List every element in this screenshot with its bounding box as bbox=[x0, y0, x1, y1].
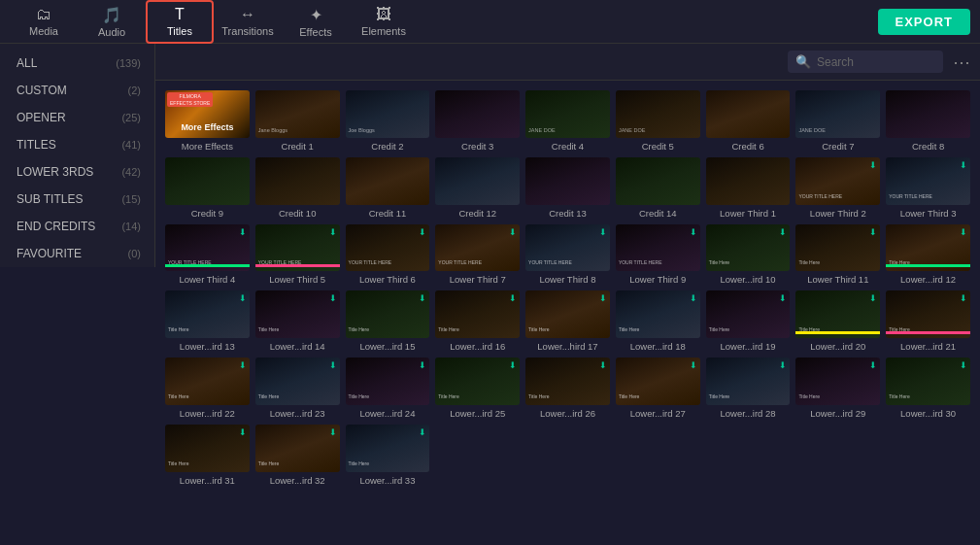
thumbnail-item[interactable]: Credit 9 bbox=[165, 157, 250, 219]
thumbnail-item[interactable]: Title Here⬇Lower...ird 15 bbox=[346, 290, 430, 352]
thumb-color-bar bbox=[886, 331, 970, 334]
export-button[interactable]: EXPORT bbox=[878, 9, 970, 35]
download-icon: ⬇ bbox=[869, 293, 877, 303]
thumbnail-item[interactable]: Joe BloggsCredit 2 bbox=[346, 90, 430, 152]
thumbnail-item[interactable]: Credit 3 bbox=[435, 90, 520, 152]
thumbnail-item[interactable]: Title Here⬇Lower...ird 14 bbox=[255, 290, 340, 352]
thumbnail-item[interactable]: YOUR TITLE HERE⬇Lower Third 8 bbox=[525, 224, 610, 286]
thumbnail-item[interactable]: JANE DOECredit 4 bbox=[525, 90, 610, 152]
nav-media[interactable]: 🗂 Media bbox=[10, 0, 78, 44]
thumbnail-item[interactable]: Title Here⬇Lower...ird 13 bbox=[165, 290, 250, 352]
thumb-overlay-text: JANE DOE bbox=[798, 127, 877, 134]
sidebar-item-sub-titles[interactable]: SUB TITLES(15) bbox=[0, 186, 154, 213]
thumbnail-item[interactable]: Title Here⬇Lower...ird 20 bbox=[795, 290, 880, 352]
thumbnail-item[interactable]: Title Here⬇Lower...ird 33 bbox=[346, 425, 430, 486]
thumbnail-item[interactable]: Title Here⬇Lower...hird 17 bbox=[525, 290, 610, 352]
thumbnail-item[interactable]: Title Here⬇Lower...ird 23 bbox=[255, 358, 340, 419]
thumb-overlay-text: Title Here bbox=[706, 259, 791, 265]
thumbnail-item[interactable]: YOUR TITLE HERE⬇Lower Third 7 bbox=[435, 224, 520, 286]
sidebar-item-count: (139) bbox=[116, 57, 141, 69]
thumbnail-item[interactable]: Title Here⬇Lower...ird 24 bbox=[346, 358, 430, 419]
thumb-label: Lower...ird 28 bbox=[706, 408, 791, 419]
thumbnail-item[interactable]: Title Here⬇Lower...ird 32 bbox=[255, 425, 340, 486]
thumb-label: Lower...ird 29 bbox=[795, 408, 880, 419]
download-icon: ⬇ bbox=[239, 293, 247, 303]
sidebar-item-custom[interactable]: CUSTOM(2) bbox=[0, 77, 154, 104]
thumbnail-item[interactable]: YOUR TITLE HERE⬇Lower Third 6 bbox=[346, 224, 430, 286]
thumb-label: Lower...ird 18 bbox=[616, 341, 700, 352]
thumbnail-item[interactable]: Credit 14 bbox=[616, 157, 700, 219]
thumb-label: Lower...ird 16 bbox=[435, 341, 520, 352]
nav-media-label: Media bbox=[29, 25, 58, 37]
thumbnail-item[interactable]: Credit 6 bbox=[706, 90, 791, 152]
grid-view-toggle[interactable]: ⋯ bbox=[953, 51, 970, 73]
thumbnail-item[interactable]: Title Here⬇Lower...ird 16 bbox=[435, 290, 520, 352]
sidebar-item-all[interactable]: ALL(139) bbox=[0, 50, 154, 77]
thumbnail-item[interactable]: JANE DOECredit 7 bbox=[795, 90, 880, 152]
sidebar-item-favourite[interactable]: FAVOURITE(0) bbox=[0, 240, 154, 267]
thumbnail-item[interactable]: Title Here⬇Lower...ird 21 bbox=[886, 290, 970, 352]
thumbnail-item[interactable]: YOUR TITLE HERE⬇Lower Third 5 bbox=[255, 224, 340, 286]
thumbnail-item[interactable]: Title Here⬇Lower Third 11 bbox=[795, 224, 880, 286]
thumbnail-item[interactable]: Title Here⬇Lower...ird 27 bbox=[616, 358, 700, 419]
sidebar-item-titles[interactable]: TITLES(41) bbox=[0, 131, 154, 158]
thumbnail-item[interactable]: Lower Third 1 bbox=[706, 157, 791, 219]
thumbnail-item[interactable]: Jane BloggsCredit 1 bbox=[255, 90, 340, 152]
thumbnail-item[interactable]: Title Here⬇Lower...ird 18 bbox=[616, 290, 700, 352]
thumb-label: Lower...ird 30 bbox=[886, 408, 970, 419]
thumb-label: Lower...ird 24 bbox=[346, 408, 430, 419]
thumbnail-item[interactable]: Title Here⬇Lower...ird 30 bbox=[886, 358, 970, 419]
thumb-label: Lower...ird 33 bbox=[346, 475, 430, 486]
nav-elements[interactable]: 🖼 Elements bbox=[350, 0, 418, 44]
nav-transitions[interactable]: ↔ Transitions bbox=[214, 0, 282, 44]
thumbnail-item[interactable]: Title Here⬇Lower...ird 10 bbox=[706, 224, 791, 286]
thumbnail-item[interactable]: Title Here⬇Lower...ird 12 bbox=[886, 224, 970, 286]
search-input[interactable] bbox=[817, 55, 933, 69]
download-icon: ⬇ bbox=[960, 293, 967, 303]
thumbnail-item[interactable]: Credit 11 bbox=[346, 157, 430, 219]
thumb-label: Lower...ird 25 bbox=[435, 408, 520, 419]
thumb-label: Credit 14 bbox=[616, 208, 700, 219]
thumbnail-item[interactable]: Credit 12 bbox=[435, 157, 520, 219]
thumb-label: Lower...ird 12 bbox=[886, 274, 970, 285]
thumbnail-item[interactable]: YOUR TITLE HERE⬇Lower Third 3 bbox=[886, 157, 970, 219]
thumbnail-item[interactable]: Title Here⬇Lower...ird 22 bbox=[165, 358, 250, 419]
sidebar-item-opener[interactable]: OPENER(25) bbox=[0, 104, 154, 131]
store-badge: FILMORAEFFECTS STORE bbox=[167, 92, 213, 107]
thumbnail-item[interactable]: JANE DOECredit 5 bbox=[616, 90, 700, 152]
download-icon: ⬇ bbox=[509, 293, 517, 303]
sidebar-item-end-credits[interactable]: END CREDITS(14) bbox=[0, 213, 154, 240]
thumbnail-item[interactable]: Title Here⬇Lower...ird 25 bbox=[435, 358, 520, 419]
thumb-label: Lower...ird 13 bbox=[165, 341, 250, 352]
nav-audio[interactable]: 🎵 Audio bbox=[78, 0, 146, 44]
thumb-overlay-text: Joe Bloggs bbox=[349, 127, 427, 134]
thumbnail-item[interactable]: Title Here⬇Lower...ird 28 bbox=[706, 358, 791, 419]
thumbnail-item[interactable]: Credit 8 bbox=[886, 90, 970, 152]
elements-icon: 🖼 bbox=[376, 6, 391, 23]
nav-titles[interactable]: T Titles bbox=[146, 0, 214, 44]
grid-scroll[interactable]: FILMORAEFFECTS STOREMore EffectsMore Eff… bbox=[155, 81, 980, 545]
sidebar-item-lower-3rds[interactable]: LOWER 3RDS(42) bbox=[0, 158, 154, 186]
download-icon: ⬇ bbox=[690, 360, 697, 370]
nav-effects[interactable]: ✦ Effects bbox=[282, 0, 350, 44]
thumb-overlay-text: Jane Bloggs bbox=[258, 127, 337, 134]
download-icon: ⬇ bbox=[779, 360, 787, 370]
thumbnail-item[interactable]: FILMORAEFFECTS STOREMore EffectsMore Eff… bbox=[165, 90, 250, 152]
thumb-overlay-text: YOUR TITLE HERE bbox=[435, 259, 520, 265]
thumbnail-item[interactable]: YOUR TITLE HERE⬇Lower Third 2 bbox=[795, 157, 880, 219]
more-effects-label: More Effects bbox=[165, 122, 250, 132]
sidebar-item-label: END CREDITS bbox=[17, 220, 95, 233]
sidebar-item-label: FAVOURITE bbox=[17, 247, 82, 260]
download-icon: ⬇ bbox=[329, 360, 337, 370]
thumbnail-item[interactable]: Title Here⬇Lower...ird 19 bbox=[706, 290, 791, 352]
thumbnail-item[interactable]: YOUR TITLE HERE⬇Lower Third 9 bbox=[616, 224, 700, 286]
transitions-icon: ↔ bbox=[240, 6, 255, 23]
thumbnail-item[interactable]: Title Here⬇Lower...ird 26 bbox=[525, 358, 610, 419]
thumbnail-item[interactable]: Title Here⬇Lower...ird 31 bbox=[165, 425, 250, 486]
thumbnail-item[interactable]: YOUR TITLE HERE⬇Lower Third 4 bbox=[165, 224, 250, 286]
thumb-label: Lower...hird 17 bbox=[525, 341, 610, 352]
thumb-overlay-text: Title Here bbox=[616, 326, 700, 332]
thumbnail-item[interactable]: Title Here⬇Lower...ird 29 bbox=[795, 358, 880, 419]
thumbnail-item[interactable]: Credit 10 bbox=[255, 157, 340, 219]
thumbnail-item[interactable]: Credit 13 bbox=[525, 157, 610, 219]
